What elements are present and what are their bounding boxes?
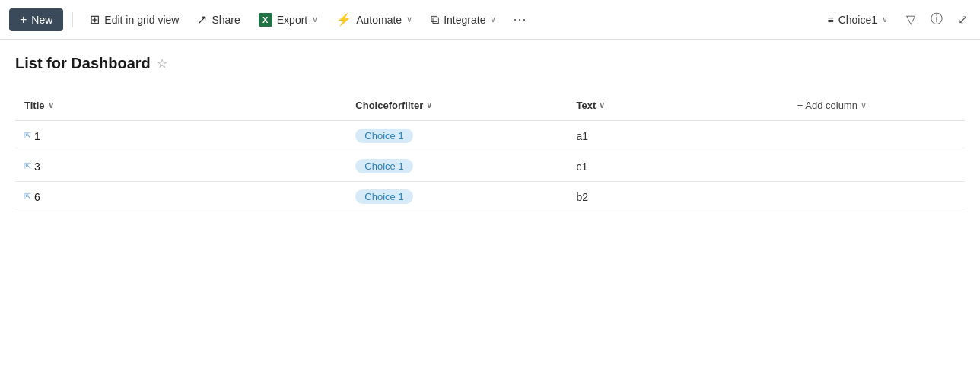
filter-chip-button[interactable]: ≡ Choice1 ∨	[821, 11, 894, 29]
choice-sort-icon: ∨	[426, 100, 432, 110]
info-button[interactable]: ⓘ	[928, 8, 946, 30]
column-header-text[interactable]: Text ∨	[568, 91, 788, 121]
filter-icon: ▽	[906, 13, 915, 26]
title-sort-icon: ∨	[48, 100, 54, 110]
table-row[interactable]: ⇱ 6 Choice 1 b2	[15, 182, 965, 212]
filter-button[interactable]: ▽	[903, 9, 918, 30]
toolbar-right: ≡ Choice1 ∨ ▽ ⓘ ⤢	[821, 8, 971, 30]
expand-button[interactable]: ⤢	[955, 9, 971, 30]
page-title-row: List for Dashboard ☆	[15, 55, 965, 72]
integrate-button[interactable]: ⧉ Integrate ∨	[423, 8, 504, 31]
filter-lines-icon: ≡	[827, 14, 833, 26]
cell-choice[interactable]: Choice 1	[346, 121, 567, 151]
toolbar-separator	[72, 12, 73, 27]
plus-icon: +	[20, 13, 27, 27]
cell-add	[788, 121, 965, 151]
filter-chip-label: Choice1	[838, 14, 877, 26]
text-sort-icon: ∨	[599, 100, 605, 110]
choice-badge: Choice 1	[355, 189, 412, 204]
cell-text[interactable]: a1	[568, 121, 788, 151]
text-value: a1	[577, 130, 589, 142]
excel-icon: X	[259, 13, 272, 27]
more-dots-icon: ···	[513, 11, 527, 27]
column-header-title[interactable]: Title ∨	[15, 91, 346, 121]
toolbar: + New ⊞ Edit in grid view ↗ Share X Expo…	[0, 0, 980, 40]
row-expand-icon: ⇱	[24, 192, 31, 202]
favorite-star-icon[interactable]: ☆	[157, 56, 167, 71]
list-table: Title ∨ Choiceforfilter ∨ Text ∨	[15, 91, 965, 212]
export-button[interactable]: X Export ∨	[251, 8, 326, 31]
export-chevron-icon: ∨	[312, 14, 318, 24]
filter-chip-chevron-icon: ∨	[882, 14, 888, 24]
add-column-chevron-icon: ∨	[861, 100, 867, 110]
automate-chevron-icon: ∨	[406, 14, 412, 24]
column-choice-label: Choiceforfilter	[355, 100, 423, 111]
text-value: b2	[577, 191, 589, 203]
cell-add	[788, 182, 965, 212]
cell-choice[interactable]: Choice 1	[346, 182, 567, 212]
cell-text[interactable]: c1	[568, 151, 788, 182]
row-expand-icon: ⇱	[24, 131, 31, 141]
edit-grid-label: Edit in grid view	[104, 14, 179, 26]
cell-add	[788, 151, 965, 182]
row-expand-icon: ⇱	[24, 161, 31, 171]
column-header-add[interactable]: + Add column ∨	[788, 91, 965, 121]
automate-icon: ⚡	[336, 12, 352, 27]
export-label: Export	[277, 14, 307, 26]
share-button[interactable]: ↗ Share	[189, 8, 247, 31]
page-title: List for Dashboard	[15, 55, 151, 72]
cell-title[interactable]: ⇱ 1	[15, 121, 346, 151]
info-icon: ⓘ	[931, 12, 943, 25]
share-label: Share	[212, 14, 240, 26]
grid-icon: ⊞	[90, 12, 100, 27]
page-content: List for Dashboard ☆ Title ∨ Choiceforfi…	[0, 40, 980, 212]
share-icon: ↗	[197, 12, 207, 27]
cell-title[interactable]: ⇱ 6	[15, 182, 346, 212]
column-text-label: Text	[577, 100, 597, 111]
column-header-choice[interactable]: Choiceforfilter ∨	[346, 91, 567, 121]
new-label: New	[31, 14, 52, 26]
table-header-row: Title ∨ Choiceforfilter ∨ Text ∨	[15, 91, 965, 121]
edit-grid-view-button[interactable]: ⊞ Edit in grid view	[82, 8, 186, 31]
integrate-label: Integrate	[444, 14, 485, 26]
choice-badge: Choice 1	[355, 129, 412, 143]
cell-text[interactable]: b2	[568, 182, 788, 212]
expand-icon: ⤢	[958, 13, 968, 26]
automate-label: Automate	[356, 14, 402, 26]
text-value: c1	[577, 161, 588, 173]
cell-choice[interactable]: Choice 1	[346, 151, 567, 182]
automate-button[interactable]: ⚡ Automate ∨	[329, 8, 420, 31]
column-title-label: Title	[24, 100, 45, 111]
row-number: 3	[34, 161, 40, 173]
table-row[interactable]: ⇱ 1 Choice 1 a1	[15, 121, 965, 151]
row-number: 6	[34, 191, 40, 203]
integrate-chevron-icon: ∨	[490, 14, 496, 24]
table-row[interactable]: ⇱ 3 Choice 1 c1	[15, 151, 965, 182]
cell-title[interactable]: ⇱ 3	[15, 151, 346, 182]
add-column-button[interactable]: + Add column ∨	[797, 97, 867, 114]
add-column-label: + Add column	[797, 100, 858, 111]
choice-badge: Choice 1	[355, 159, 412, 173]
integrate-icon: ⧉	[431, 13, 439, 27]
row-number: 1	[34, 130, 40, 142]
more-options-button[interactable]: ···	[507, 8, 533, 30]
new-button[interactable]: + New	[9, 8, 63, 31]
